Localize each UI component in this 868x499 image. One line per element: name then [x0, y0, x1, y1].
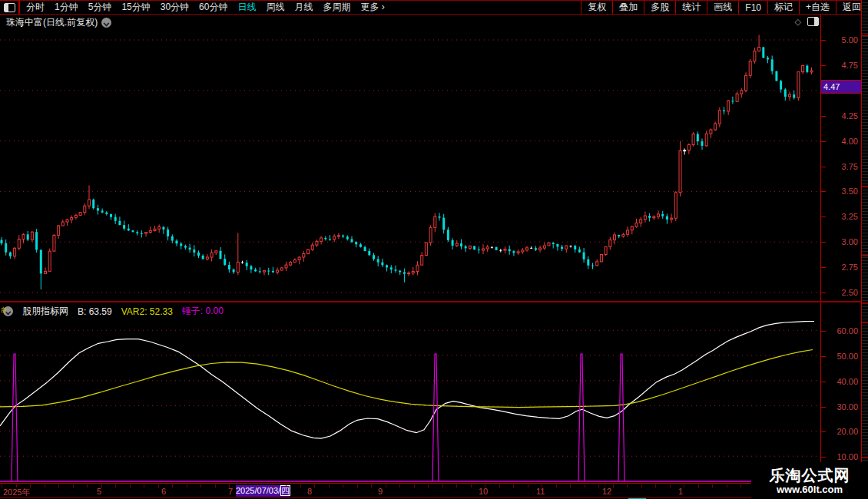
price-axis[interactable]: 4.47 5.004.754.254.003.753.503.253.002.7…: [820, 15, 861, 484]
period-tab-2[interactable]: 5分钟: [88, 1, 112, 14]
date-label-8: 12: [602, 487, 611, 496]
axis-label: 50.00: [837, 352, 858, 361]
toolbar-action-5[interactable]: F10: [738, 1, 767, 14]
panel-toggle-button[interactable]: [0, 1, 19, 14]
axis-label: 5.00: [842, 35, 858, 45]
right-sidebar-strip[interactable]: [861, 0, 868, 499]
indicator-header: 股朋指标网 B: 63.59 VAR2: 52.33 锤子: 0.00: [0, 303, 224, 319]
period-tab-5[interactable]: 60分钟: [199, 1, 227, 14]
date-label-5: 9: [378, 487, 383, 496]
indicator-value-b: B: 63.59: [78, 306, 112, 317]
cursor-date-readout: 2025/07/03/四: [236, 485, 290, 497]
axis-label: 4.25: [842, 111, 858, 121]
period-tab-7[interactable]: 周线: [266, 1, 284, 14]
top-toolbar: 分时1分钟5分钟15分钟30分钟60分钟日线周线月线多周期更多 › 复权叠加多股…: [0, 0, 868, 15]
date-label-6: 10: [479, 487, 488, 496]
toolbar-action-1[interactable]: 叠加: [612, 1, 644, 14]
toolbar-action-0[interactable]: 复权: [581, 1, 612, 14]
toolbar-actions: 复权叠加多股统计画线F10标记+自选返回: [581, 1, 868, 14]
date-label-9: 1: [678, 487, 683, 496]
candlestick-chart[interactable]: [0, 15, 820, 301]
watermark-url: www.60lt.com: [777, 484, 843, 495]
watermark: 乐淘公式网 www.60lt.com: [751, 462, 868, 499]
panel-divider[interactable]: [0, 301, 868, 302]
panel-left-icon: [4, 3, 15, 12]
axis-label: 3.25: [842, 212, 858, 221]
watermark-site-name: 乐淘公式网: [770, 467, 850, 484]
date-axis-top-border: [0, 483, 868, 484]
axis-label: 10.00: [837, 452, 858, 461]
axis-label: 4.75: [842, 61, 858, 70]
period-tab-10[interactable]: 更多 ›: [360, 1, 384, 14]
period-tab-9[interactable]: 多周期: [323, 1, 350, 14]
toolbar-action-6[interactable]: 标记: [767, 1, 799, 14]
date-label-4: 8: [307, 487, 312, 496]
period-tab-8[interactable]: 月线: [294, 1, 313, 14]
indicator-value-hammer: 锤子: 0.00: [182, 305, 224, 318]
period-tab-6[interactable]: 日线: [237, 1, 256, 14]
date-label-1: 5: [97, 487, 101, 496]
date-label-7: 11: [536, 487, 545, 496]
period-tab-0[interactable]: 分时: [26, 1, 45, 14]
right-strip-glyph: 自: [1, 306, 7, 314]
period-tab-3[interactable]: 15分钟: [121, 1, 150, 14]
period-tab-4[interactable]: 30分钟: [161, 1, 189, 14]
axis-label: 4.00: [842, 137, 858, 146]
axis-label: 30.00: [837, 402, 858, 411]
last-price-value: 4.47: [823, 82, 840, 91]
date-axis[interactable]: 2025/07/03/四 2025年567891011121: [0, 484, 868, 497]
axis-label: 2.50: [842, 288, 858, 297]
axis-label: 20.00: [837, 427, 858, 436]
date-label-3: 7: [228, 487, 233, 496]
period-tab-1[interactable]: 1分钟: [55, 1, 78, 14]
indicator-chart[interactable]: [0, 321, 820, 484]
axis-label: 2.75: [842, 263, 858, 272]
toolbar-action-3[interactable]: 统计: [675, 1, 707, 14]
date-label-2: 6: [161, 487, 166, 496]
date-label-0: 2025年: [3, 487, 30, 498]
axis-label: 3.50: [842, 187, 858, 196]
period-tabs: 分时1分钟5分钟15分钟30分钟60分钟日线周线月线多周期更多 ›: [26, 1, 385, 14]
axis-label: 40.00: [837, 377, 858, 386]
last-price-tag: 4.47: [821, 80, 861, 94]
indicator-name: 股朋指标网: [22, 305, 68, 318]
axis-label: 3.00: [842, 237, 858, 246]
axis-label: 3.75: [842, 162, 858, 171]
toolbar-action-4[interactable]: 画线: [707, 1, 738, 14]
toolbar-action-7[interactable]: +自选: [799, 1, 836, 14]
toolbar-action-2[interactable]: 多股: [644, 1, 675, 14]
axis-label: 60.00: [837, 326, 858, 335]
indicator-value-var2: VAR2: 52.33: [121, 306, 173, 317]
